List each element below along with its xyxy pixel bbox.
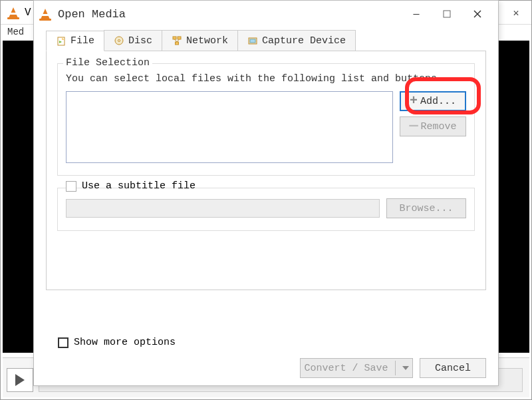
add-button-label: Add...	[420, 96, 456, 107]
browse-button-label: Browse...	[399, 203, 453, 214]
dialog-close-button[interactable]	[462, 3, 493, 25]
dialog-footer: Convert / Save Cancel	[34, 351, 498, 385]
subtitle-checkbox-label: Use a subtitle file	[82, 180, 196, 192]
vlc-cone-icon	[7, 6, 19, 19]
tab-disc[interactable]: Disc	[104, 30, 162, 51]
play-icon	[15, 374, 25, 386]
tab-network[interactable]: Network	[162, 30, 238, 51]
tab-strip: File Disc Network Capture Device	[46, 30, 486, 51]
file-list-buttons: + Add... — Remove	[400, 91, 466, 163]
open-media-dialog: Open Media — File Disc	[33, 0, 499, 386]
subtitle-path-input[interactable]	[66, 199, 380, 218]
tab-disc-label: Disc	[128, 35, 152, 47]
svg-rect-14	[250, 39, 255, 43]
capture-device-icon	[247, 35, 258, 46]
svg-point-7	[118, 40, 120, 42]
file-selection-title: File Selection	[63, 57, 152, 69]
main-window-title: V	[25, 7, 31, 19]
file-selection-hint: You can select local files with the foll…	[66, 73, 466, 85]
cancel-label: Cancel	[435, 363, 471, 374]
close-icon: ✕	[513, 7, 519, 19]
tab-network-label: Network	[186, 35, 228, 47]
main-window-close-button[interactable]: ✕	[501, 1, 531, 25]
show-more-options-label: Show more options	[74, 337, 176, 348]
svg-rect-0	[444, 11, 450, 17]
browse-subtitle-button[interactable]: Browse...	[386, 198, 466, 218]
play-button[interactable]	[7, 368, 33, 392]
plus-icon: +	[410, 95, 418, 108]
tab-capture-label: Capture Device	[262, 35, 346, 47]
svg-rect-3	[58, 37, 65, 45]
dialog-titlebar[interactable]: Open Media —	[34, 1, 498, 27]
cancel-button[interactable]: Cancel	[420, 358, 486, 378]
minus-icon: —	[409, 119, 418, 134]
menubar-media-item[interactable]: Med	[7, 27, 24, 37]
tab-capture-device[interactable]: Capture Device	[237, 30, 356, 51]
minimize-icon: —	[413, 9, 419, 20]
remove-button-label: Remove	[421, 121, 457, 132]
tab-file-label: File	[70, 35, 94, 47]
network-icon	[172, 35, 182, 46]
show-more-options-row: Show more options	[58, 337, 486, 348]
tab-file[interactable]: File	[46, 31, 104, 51]
show-more-options-checkbox[interactable]	[58, 337, 68, 348]
dialog-minimize-button[interactable]: —	[401, 3, 432, 25]
vlc-cone-icon	[39, 7, 51, 21]
svg-rect-10	[176, 42, 179, 45]
file-icon	[56, 36, 66, 47]
add-file-button[interactable]: + Add...	[400, 91, 466, 111]
svg-rect-8	[173, 37, 176, 39]
disc-icon	[114, 35, 124, 46]
subtitle-group: Use a subtitle file Browse...	[57, 188, 475, 231]
svg-line-12	[177, 39, 180, 42]
maximize-icon	[443, 10, 451, 18]
dialog-title: Open Media	[58, 8, 126, 21]
convert-save-button[interactable]: Convert / Save	[300, 358, 413, 378]
svg-line-11	[175, 39, 178, 42]
file-selection-group: File Selection You can select local file…	[57, 63, 475, 176]
svg-rect-9	[178, 37, 181, 39]
split-divider	[395, 361, 396, 375]
close-icon	[473, 9, 482, 19]
dialog-maximize-button[interactable]	[432, 3, 462, 25]
chevron-down-icon	[402, 366, 409, 370]
tab-content-file: File Selection You can select local file…	[46, 51, 486, 290]
remove-file-button[interactable]: — Remove	[400, 116, 466, 136]
convert-save-label: Convert / Save	[304, 363, 388, 374]
file-list[interactable]	[66, 91, 393, 163]
subtitle-checkbox[interactable]	[66, 181, 76, 192]
dialog-body: File Disc Network Capture Device	[34, 27, 498, 351]
